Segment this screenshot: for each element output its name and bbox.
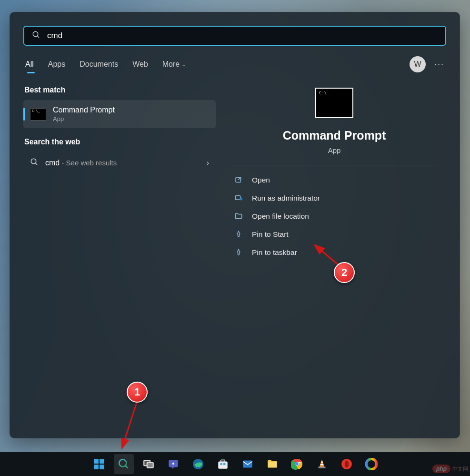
- watermark: php 中文网: [432, 465, 468, 473]
- pin-taskbar-icon: [234, 248, 243, 257]
- svg-point-0: [33, 31, 38, 37]
- svg-point-29: [296, 463, 298, 466]
- action-label: Pin to taskbar: [252, 248, 297, 257]
- result-command-prompt[interactable]: Command Prompt App: [23, 100, 216, 128]
- svg-rect-5: [235, 196, 240, 200]
- taskbar: [0, 452, 470, 476]
- store-button[interactable]: [213, 454, 233, 474]
- start-button[interactable]: [89, 454, 109, 474]
- search-button[interactable]: [114, 454, 134, 474]
- action-label: Open: [252, 176, 270, 184]
- result-title: Command Prompt: [53, 106, 115, 114]
- search-input[interactable]: [47, 31, 438, 41]
- svg-rect-22: [223, 463, 225, 465]
- filter-tabs: All Apps Documents Web More⌄ W ···: [23, 56, 446, 72]
- explorer-button[interactable]: [262, 454, 282, 474]
- svg-rect-10: [94, 465, 99, 469]
- vlc-button[interactable]: [312, 454, 332, 474]
- mail-button[interactable]: [238, 454, 258, 474]
- opera-button[interactable]: [337, 454, 357, 474]
- chat-button[interactable]: [163, 454, 183, 474]
- annotation-badge-1: 1: [127, 382, 148, 403]
- svg-rect-20: [220, 460, 225, 462]
- preview-column: Command Prompt App Open Run as ad: [222, 86, 446, 262]
- svg-point-17: [172, 463, 174, 465]
- more-options-button[interactable]: ···: [434, 60, 444, 70]
- tab-more[interactable]: More⌄: [162, 56, 186, 72]
- preview-subtitle: App: [328, 146, 341, 154]
- search-icon: [30, 158, 39, 168]
- edge-button[interactable]: [188, 454, 208, 474]
- svg-point-2: [31, 159, 36, 164]
- svg-line-3: [35, 163, 37, 165]
- svg-rect-11: [100, 465, 104, 469]
- action-pin-to-taskbar[interactable]: Pin to taskbar: [231, 243, 438, 262]
- browser-button[interactable]: [361, 454, 381, 474]
- watermark-brand: php: [432, 465, 450, 473]
- tab-documents[interactable]: Documents: [80, 56, 118, 72]
- annotation-badge-2: 2: [334, 262, 355, 283]
- pin-start-icon: [234, 230, 243, 239]
- chevron-right-icon: ›: [207, 159, 209, 167]
- divider: [231, 165, 438, 165]
- watermark-text: 中文网: [452, 466, 468, 473]
- svg-point-34: [344, 460, 349, 467]
- svg-rect-19: [218, 462, 228, 469]
- action-open-file-location[interactable]: Open file location: [231, 207, 438, 225]
- svg-rect-9: [100, 459, 104, 464]
- svg-rect-8: [94, 459, 99, 464]
- svg-rect-24: [268, 462, 277, 468]
- best-match-header: Best match: [23, 86, 216, 94]
- results-column: Best match Command Prompt App Search the…: [23, 86, 216, 262]
- chrome-button[interactable]: [287, 454, 307, 474]
- tab-apps[interactable]: Apps: [48, 56, 65, 72]
- svg-rect-15: [147, 463, 153, 468]
- svg-rect-31: [320, 464, 323, 465]
- action-list: Open Run as administrator Open file loca…: [231, 171, 438, 262]
- admin-icon: [234, 194, 243, 203]
- svg-rect-23: [243, 460, 252, 467]
- search-bar[interactable]: [23, 26, 446, 46]
- user-avatar[interactable]: W: [410, 56, 426, 72]
- action-label: Open file location: [252, 212, 309, 221]
- svg-rect-21: [220, 463, 222, 465]
- svg-line-13: [125, 466, 128, 468]
- chevron-down-icon: ⌄: [181, 61, 186, 68]
- web-result-text: cmd - See web results: [45, 159, 200, 167]
- preview-app-icon: [315, 88, 353, 118]
- action-label: Run as administrator: [252, 194, 320, 203]
- svg-line-1: [37, 36, 39, 38]
- action-open[interactable]: Open: [231, 171, 438, 189]
- task-view-button[interactable]: [139, 454, 159, 474]
- start-search-panel: All Apps Documents Web More⌄ W ··· Best …: [10, 12, 460, 438]
- open-icon: [234, 176, 243, 184]
- preview-title: Command Prompt: [283, 129, 386, 142]
- svg-rect-30: [320, 462, 322, 463]
- action-label: Pin to Start: [252, 230, 289, 239]
- svg-point-12: [119, 459, 126, 466]
- svg-rect-32: [318, 466, 325, 468]
- folder-icon: [234, 212, 243, 221]
- cmd-icon: [30, 108, 46, 121]
- search-icon: [32, 30, 40, 41]
- tab-all[interactable]: All: [25, 56, 34, 72]
- result-subtitle: App: [53, 115, 115, 122]
- svg-point-35: [366, 459, 377, 469]
- tab-web[interactable]: Web: [132, 56, 148, 72]
- web-header: Search the web: [23, 138, 216, 146]
- action-pin-to-start[interactable]: Pin to Start: [231, 225, 438, 243]
- action-run-as-admin[interactable]: Run as administrator: [231, 189, 438, 207]
- web-search-result[interactable]: cmd - See web results ›: [23, 152, 216, 174]
